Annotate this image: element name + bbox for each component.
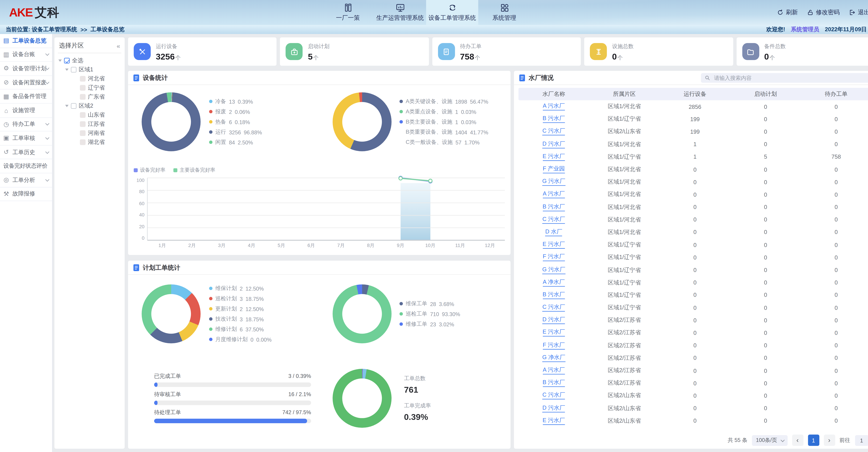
search-input[interactable] [713, 74, 868, 81]
tab-production-ops[interactable]: 生产运营管理系统 [374, 0, 426, 25]
checkbox[interactable] [64, 58, 70, 64]
sidebar-item[interactable]: ⊘ 设备闲置报废 [0, 76, 52, 90]
plant-link[interactable]: C 污水厂 [542, 392, 565, 400]
tree-node[interactable]: 区域1 [58, 65, 121, 74]
legend-item[interactable]: B类主要设备、设施 1 0.03% [399, 118, 510, 126]
sidebar-item[interactable]: ◎ 工单分析 [0, 173, 52, 187]
plant-link[interactable]: G 污水厂 [542, 266, 565, 274]
legend-item[interactable]: 运行 3256 96.88% [209, 128, 294, 135]
collapse-icon[interactable]: « [117, 42, 120, 49]
sidebar-item[interactable]: ⚙ 设备管理计划 [0, 62, 52, 76]
checkbox[interactable] [80, 94, 86, 100]
legend-item[interactable]: C类一般设备、设施 57 1.70% [399, 138, 510, 146]
refresh-button[interactable]: 刷新 [777, 8, 798, 17]
plant-link[interactable]: A 净水厂 [543, 279, 565, 287]
checkbox[interactable] [80, 139, 86, 145]
checkbox[interactable] [80, 85, 86, 91]
plant-link[interactable]: A 污水厂 [543, 191, 565, 199]
column-header[interactable]: 运行设备 [660, 90, 730, 98]
plant-link[interactable]: A 污水厂 [543, 103, 565, 110]
legend-item[interactable]: 闲置 84 2.50% [209, 138, 294, 146]
prev-page-button[interactable]: ‹ [792, 434, 803, 446]
tree-node[interactable]: 湖北省 [58, 138, 121, 147]
next-page-button[interactable]: › [824, 434, 835, 446]
checkbox[interactable] [80, 121, 86, 127]
tab-work-order-system[interactable]: 设备工单管理系统 [426, 0, 478, 25]
sidebar-item[interactable]: ◷ 待办工单 [0, 118, 52, 131]
plant-link[interactable]: D 污水厂 [542, 140, 565, 148]
plant-link[interactable]: F 产业园 [543, 165, 565, 173]
tree-node[interactable]: 广东省 [58, 92, 121, 101]
plant-link[interactable]: E 污水厂 [542, 329, 565, 337]
legend-item[interactable]: 月度维修计划 0 0.00% [209, 336, 294, 343]
device-class-donut[interactable] [333, 92, 392, 151]
sidebar-item[interactable]: ⌂ 设施管理 [0, 104, 52, 118]
tree-node[interactable]: 江苏省 [58, 120, 121, 129]
legend-item[interactable]: A类重点设备、设施 1 0.03% [399, 108, 510, 115]
tree-node[interactable]: 山东省 [58, 110, 121, 120]
tree-node[interactable]: 区域2 [58, 101, 121, 110]
legend-item[interactable]: 维保工单 28 3.68% [399, 300, 510, 307]
plant-link[interactable]: F 污水厂 [543, 342, 565, 349]
sidebar-item[interactable]: ↺ 工单历史 [0, 146, 52, 159]
current-page-button[interactable]: 1 [808, 434, 819, 446]
plant-link[interactable]: B 污水厂 [542, 379, 565, 387]
checkbox[interactable] [71, 67, 76, 72]
sidebar-item[interactable]: ▦ 备品备件管理 [0, 90, 52, 104]
column-header[interactable]: 所属片区 [589, 90, 660, 98]
legend-item[interactable]: 技改计划 3 18.75% [209, 315, 294, 323]
page-size-select[interactable]: 100条/页 [752, 435, 787, 446]
legend-item[interactable]: 更新计划 2 12.50% [209, 305, 294, 313]
plant-link[interactable]: D 污水厂 [542, 404, 565, 412]
plant-link[interactable]: B 污水厂 [542, 203, 565, 211]
plant-link[interactable]: F 污水厂 [543, 253, 565, 261]
legend-item[interactable]: A类关键设备、设施 1898 56.47% [399, 98, 510, 105]
sidebar-item[interactable]: ▥ 设备台账 [0, 48, 52, 62]
legend-item[interactable]: 冷备 13 0.39% [209, 98, 294, 105]
plant-link[interactable]: A 污水厂 [543, 366, 565, 375]
tree-node[interactable]: 河北省 [58, 74, 121, 83]
sidebar-item[interactable]: ▤ 工单设备总览 [0, 34, 52, 48]
plant-link[interactable]: B 污水厂 [542, 115, 565, 123]
legend-item[interactable]: B类重要设备、设施 1404 41.77% [399, 128, 510, 135]
plant-link[interactable]: C 污水厂 [542, 216, 565, 224]
checkbox[interactable] [71, 103, 76, 109]
legend-item[interactable]: 热备 6 0.18% [209, 118, 294, 126]
legend-item[interactable]: 设备完好率 [134, 166, 165, 173]
plant-link[interactable]: D 水厂 [545, 228, 562, 236]
device-status-donut[interactable] [142, 92, 200, 151]
legend-item[interactable]: 维保计划 2 12.50% [209, 285, 294, 292]
legend-item[interactable]: 主要设备完好率 [174, 166, 215, 173]
plan-types-donut[interactable] [142, 285, 200, 343]
plant-link[interactable]: E 污水厂 [542, 153, 565, 161]
column-header[interactable]: 启动计划 [730, 90, 801, 98]
column-header[interactable]: 待办工单 [801, 90, 868, 98]
plant-link[interactable]: E 污水厂 [542, 417, 565, 425]
plant-link[interactable]: C 污水厂 [542, 304, 565, 312]
checkbox[interactable] [80, 130, 86, 136]
tree-node[interactable]: 全选 [58, 56, 121, 65]
plant-link[interactable]: E 污水厂 [542, 241, 565, 249]
sidebar-item[interactable]: ▣ 工单审核 [0, 132, 52, 146]
sidebar-item[interactable]: ⚒ 故障报修 [0, 187, 52, 201]
logout-button[interactable]: 退出登录 [849, 8, 868, 17]
plant-link[interactable]: C 污水厂 [542, 128, 565, 136]
legend-item[interactable]: 维修计划 6 37.50% [209, 325, 294, 333]
tree-node[interactable]: 辽宁省 [58, 83, 121, 92]
tab-system-admin[interactable]: 系统管理 [478, 0, 530, 25]
user-link[interactable]: 系统管理员 [791, 26, 819, 33]
legend-item[interactable]: 巡检计划 3 18.75% [209, 295, 294, 302]
order-total-donut[interactable] [333, 368, 392, 427]
plant-link[interactable]: G 污水厂 [542, 178, 565, 186]
plant-link[interactable]: B 污水厂 [542, 291, 565, 299]
legend-item[interactable]: 报废 2 0.06% [209, 108, 294, 115]
tree-node[interactable]: 河南省 [58, 129, 121, 138]
plant-link[interactable]: G 净水厂 [542, 354, 565, 362]
sidebar-item[interactable]: 设备完好状态评价 [0, 159, 52, 173]
column-header[interactable]: 水厂名称 [519, 90, 589, 98]
tab-one-plant-one-policy[interactable]: 一厂一策 [322, 0, 374, 25]
order-types-donut[interactable] [333, 285, 392, 343]
change-password-button[interactable]: 修改密码 [807, 8, 840, 17]
legend-item[interactable]: 维修工单 23 3.02% [399, 320, 510, 328]
legend-item[interactable]: 巡检工单 710 93.30% [399, 310, 510, 318]
